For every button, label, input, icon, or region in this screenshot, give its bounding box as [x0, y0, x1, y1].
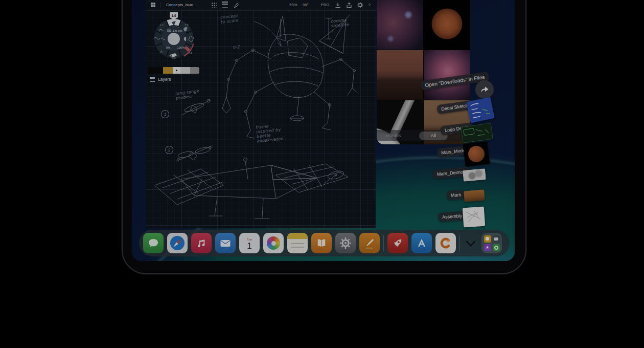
layers-menu-icon — [150, 77, 155, 82]
drag-thumb-mars[interactable] — [464, 189, 485, 202]
opacity-max-label: 100% — [177, 46, 185, 49]
annotation-beetle: frame inspired by beetle exoskeleton — [255, 122, 284, 143]
export-share-icon[interactable] — [346, 2, 352, 8]
chevron-down-icon — [466, 236, 476, 247]
layers-label: Layers — [158, 77, 171, 82]
notes-header-band — [287, 233, 308, 239]
music-app-icon[interactable] — [191, 233, 212, 253]
ipad-screen: Concepts_blue… 59% 90° PRO — [132, 0, 515, 261]
wheel-size-upper-left: 1.3 — [160, 24, 164, 27]
pen-nib-icon[interactable] — [233, 2, 239, 8]
safari-compass-icon — [169, 234, 186, 252]
forward-arrow-icon — [480, 85, 489, 94]
concepts-toolbar: Concepts_blue… 59% 90° PRO — [146, 0, 376, 10]
notes-line — [291, 243, 304, 244]
photos-app-window: Months All — [377, 0, 470, 144]
dock-divider — [383, 235, 384, 251]
swatch-dark-gray[interactable] — [190, 67, 199, 74]
photo-nebula[interactable] — [377, 0, 423, 50]
pages-app-icon[interactable] — [359, 233, 380, 253]
rotation-value[interactable]: 90° — [303, 3, 309, 7]
snap-grid-icon[interactable] — [211, 2, 217, 8]
mail-envelope-icon — [219, 236, 232, 250]
dock: Tue 1 — [139, 230, 510, 256]
swatch-gold[interactable] — [163, 67, 173, 74]
mail-app-icon[interactable] — [215, 233, 236, 253]
mini-app-star-icon: ★ — [484, 244, 491, 251]
swatch-gray[interactable] — [180, 67, 190, 74]
wheel-size-upper-right: 3.5 — [185, 24, 189, 27]
settings-app-icon[interactable] — [335, 233, 356, 253]
notes-line — [291, 247, 304, 248]
tool-wheel[interactable]: A 1.3 3.5 14.5 8.9 1.6 pts 0% 100% — [146, 10, 207, 70]
drag-thumb-assembly[interactable] — [463, 207, 486, 228]
wheel-size-bottom: 8.9 — [172, 56, 176, 59]
books-app-icon[interactable] — [311, 233, 332, 253]
annotation-comms-satellite: comms satellite — [330, 18, 349, 28]
calendar-app-icon[interactable]: Tue 1 — [239, 233, 260, 253]
swatch-black[interactable] — [148, 67, 163, 74]
drawing-canvas[interactable]: concept to scale comms satellite V-2 lon… — [146, 10, 376, 228]
mini-app-clock-icon — [493, 244, 500, 251]
photos-app-icon[interactable] — [263, 233, 284, 253]
annotation-concept-to-scale: concept to scale — [220, 13, 238, 25]
photo-grid — [377, 0, 470, 144]
help-button[interactable]: ? — [369, 3, 371, 7]
notes-app-icon[interactable] — [287, 233, 308, 253]
messages-bubble-icon — [147, 237, 159, 249]
open-book-icon — [315, 236, 328, 250]
layer-stack-icon[interactable] — [222, 2, 228, 8]
music-note-icon — [196, 237, 207, 249]
share-forward-button[interactable] — [475, 80, 494, 99]
tab-months[interactable]: Months — [386, 133, 401, 138]
opacity-min-label: 0% — [166, 46, 170, 49]
pen-icon — [363, 236, 376, 250]
drag-label-assembly[interactable]: Assembly — [438, 211, 466, 222]
app-store-a-icon — [415, 236, 428, 250]
settings-gear-icon[interactable] — [357, 2, 363, 8]
brush-preview[interactable] — [168, 33, 180, 45]
mini-app-tips-icon — [484, 235, 491, 243]
stroke-size-label: 1.6 pts — [173, 29, 182, 32]
toolbar-divider — [160, 3, 161, 8]
safari-app-icon[interactable] — [167, 233, 188, 253]
app-library-grid: ★ — [484, 235, 500, 251]
swatch-light-selected[interactable] — [173, 67, 180, 74]
gear-icon — [338, 236, 353, 250]
drag-label-mars[interactable]: Mars — [446, 189, 465, 200]
mini-app-camera-icon — [493, 235, 500, 243]
concepts-app-icon[interactable] — [435, 233, 456, 253]
app-store-app-icon[interactable] — [411, 233, 432, 253]
pro-badge[interactable]: PRO — [321, 3, 330, 7]
dock-collapse-button[interactable] — [464, 233, 478, 253]
app-library-icon[interactable]: ★ — [481, 233, 502, 253]
rocket-icon — [391, 236, 404, 250]
rocket-app-icon[interactable] — [387, 233, 408, 253]
apps-grid-icon[interactable] — [151, 3, 155, 7]
concepts-c-icon — [439, 236, 453, 250]
calendar-day: 1 — [247, 242, 251, 251]
zoom-level[interactable]: 59% — [289, 3, 297, 7]
drag-thumb-mars-model[interactable] — [463, 141, 490, 167]
layers-panel-header[interactable]: Layers — [150, 77, 171, 82]
dock-divider — [459, 235, 460, 251]
color-swatch-strip[interactable] — [148, 67, 199, 74]
drag-thumb-mars-deimos[interactable] — [463, 168, 486, 182]
photo-mars-globe[interactable] — [424, 0, 470, 50]
concepts-app-window: Concepts_blue… 59% 90° PRO — [146, 0, 376, 228]
import-icon[interactable] — [335, 2, 341, 8]
document-title[interactable]: Concepts_blue… — [166, 3, 197, 7]
messages-app-icon[interactable] — [143, 233, 164, 253]
photo-mars-landscape[interactable] — [377, 50, 423, 100]
photos-flower-icon — [267, 236, 280, 250]
size-flag-value: 1.6 — [171, 14, 176, 17]
